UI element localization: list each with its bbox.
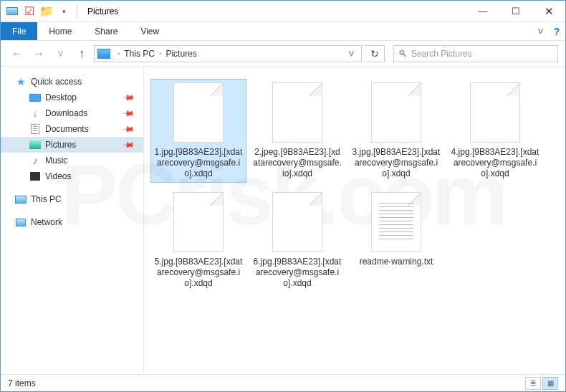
titlebar: ☑ 📁 ▾ Pictures — ☐ ✕ — [1, 1, 565, 22]
file-name: 5.jpg.[9B83AE23].[xdatarecovery@msgsafe.… — [154, 257, 243, 289]
window-title: Pictures — [83, 6, 118, 16]
search-input[interactable]: 🔍︎ Search Pictures — [393, 45, 558, 62]
navigation-pane: ★ Quick access Desktop 📌 ↓ Downloads 📌 D… — [1, 67, 144, 373]
file-item[interactable]: 1.jpg.[9B83AE23].[xdatarecovery@msgsafe.… — [151, 80, 246, 182]
desktop-icon — [29, 92, 41, 103]
file-name: 4.jpg.[9B83AE23].[xdatarecovery@msgsafe.… — [451, 147, 539, 179]
music-icon: ♪ — [29, 155, 41, 166]
refresh-button[interactable]: ↻ — [365, 45, 385, 62]
file-name: 3.jpg.[9B83AE23].[xdatarecovery@msgsafe.… — [352, 147, 441, 179]
pictures-icon — [29, 139, 41, 150]
tab-home[interactable]: Home — [37, 22, 83, 40]
new-folder-icon[interactable]: 📁 — [39, 4, 54, 19]
breadcrumb[interactable]: › This PC › Pictures ᐯ — [94, 45, 362, 62]
minimize-button[interactable]: — — [466, 1, 499, 21]
sidebar-label: Network — [31, 217, 62, 227]
search-placeholder: Search Pictures — [411, 49, 472, 59]
pin-icon: 📌 — [121, 90, 135, 104]
quick-access-toolbar: ☑ 📁 ▾ Pictures — [1, 4, 123, 19]
file-item[interactable]: 4.jpg.[9B83AE23].[xdatarecovery@msgsafe.… — [448, 80, 542, 182]
pin-icon: 📌 — [121, 138, 135, 151]
sidebar-item-pictures[interactable]: Pictures 📌 — [1, 137, 143, 153]
blank-file-icon — [272, 192, 322, 252]
sidebar-item-music[interactable]: ♪ Music — [1, 153, 143, 168]
window-controls: — ☐ ✕ — [466, 1, 565, 21]
pin-icon: 📌 — [121, 122, 135, 135]
sidebar-quick-access[interactable]: ★ Quick access — [1, 74, 143, 90]
file-item[interactable]: 6.jpg.[9B83AE23].[xdatarecovery@msgsafe.… — [250, 189, 345, 292]
qat-separator — [77, 5, 77, 18]
sidebar-label: Quick access — [31, 77, 82, 87]
back-button[interactable]: ← — [8, 44, 27, 63]
file-name: 2.jpeg.[9B83AE23].[xdatarecovery@msgsafe… — [253, 147, 342, 179]
blank-file-icon — [470, 82, 520, 143]
explorer-icon — [5, 4, 19, 19]
sidebar-this-pc[interactable]: This PC — [1, 191, 143, 207]
sidebar-item-downloads[interactable]: ↓ Downloads 📌 — [1, 105, 143, 121]
details-view-button[interactable]: ≣ — [525, 377, 541, 390]
ribbon-collapse-icon[interactable]: ᐯ — [532, 22, 548, 40]
status-bar: 7 items ≣ ▦ — [1, 374, 565, 391]
help-icon[interactable]: ? — [548, 22, 565, 40]
sidebar-item-label: Videos — [45, 171, 71, 181]
breadcrumb-sep: › — [115, 49, 123, 57]
breadcrumb-segment[interactable]: Pictures — [166, 49, 196, 59]
forward-button[interactable]: → — [29, 44, 48, 63]
sidebar-item-videos[interactable]: Videos — [1, 168, 143, 184]
network-icon — [15, 216, 27, 228]
recent-locations-icon[interactable]: ᐯ — [51, 44, 69, 63]
location-icon — [97, 49, 110, 59]
close-button[interactable]: ✕ — [532, 1, 565, 21]
file-name: 6.jpg.[9B83AE23].[xdatarecovery@msgsafe.… — [253, 257, 342, 289]
blank-file-icon — [173, 82, 224, 143]
file-item[interactable]: 3.jpg.[9B83AE23].[xdatarecovery@msgsafe.… — [349, 80, 443, 182]
documents-icon — [29, 123, 41, 135]
navigation-bar: ← → ᐯ ↑ › This PC › Pictures ᐯ ↻ 🔍︎ Sear… — [1, 41, 565, 67]
blank-file-icon — [272, 82, 322, 143]
file-item[interactable]: 5.jpg.[9B83AE23].[xdatarecovery@msgsafe.… — [151, 189, 246, 292]
star-icon: ★ — [15, 76, 27, 87]
sidebar-item-desktop[interactable]: Desktop 📌 — [1, 90, 143, 105]
tab-view[interactable]: View — [129, 22, 171, 40]
sidebar-item-documents[interactable]: Documents 📌 — [1, 121, 143, 137]
file-view[interactable]: 1.jpg.[9B83AE23].[xdatarecovery@msgsafe.… — [144, 67, 565, 373]
view-switcher: ≣ ▦ — [525, 377, 558, 390]
videos-icon — [29, 171, 41, 182]
sidebar-network[interactable]: Network — [1, 214, 143, 230]
up-button[interactable]: ↑ — [72, 44, 91, 63]
file-menu-tab[interactable]: File — [1, 22, 37, 40]
sidebar-item-label: Music — [45, 156, 67, 166]
sidebar-item-label: Documents — [45, 124, 89, 134]
file-name: 1.jpg.[9B83AE23].[xdatarecovery@msgsafe.… — [154, 147, 243, 179]
blank-file-icon — [371, 82, 421, 143]
file-name: readme-warning.txt — [352, 257, 441, 267]
sidebar-item-label: Desktop — [45, 92, 77, 102]
maximize-button[interactable]: ☐ — [499, 1, 532, 21]
thumbnails-view-button[interactable]: ▦ — [542, 377, 558, 390]
downloads-icon: ↓ — [29, 107, 41, 119]
sidebar-item-label: Pictures — [45, 140, 76, 150]
text-file-icon — [371, 192, 421, 252]
ribbon-tabstrip: File Home Share View ᐯ ? — [1, 22, 565, 41]
pc-icon — [15, 193, 27, 205]
properties-icon[interactable]: ☑ — [22, 4, 37, 19]
sidebar-item-label: Downloads — [45, 108, 87, 118]
breadcrumb-dropdown-icon[interactable]: ᐯ — [345, 49, 358, 57]
tab-share[interactable]: Share — [83, 22, 129, 40]
sidebar-label: This PC — [31, 194, 62, 204]
file-item[interactable]: 2.jpeg.[9B83AE23].[xdatarecovery@msgsafe… — [250, 80, 345, 182]
file-item[interactable]: readme-warning.txt — [349, 189, 443, 292]
file-grid: 1.jpg.[9B83AE23].[xdatarecovery@msgsafe.… — [151, 80, 558, 292]
explorer-body: ★ Quick access Desktop 📌 ↓ Downloads 📌 D… — [1, 67, 565, 373]
qat-dropdown-icon[interactable]: ▾ — [57, 4, 71, 19]
search-icon: 🔍︎ — [398, 49, 407, 59]
pin-icon: 📌 — [121, 106, 135, 120]
breadcrumb-sep: › — [156, 49, 164, 57]
item-count: 7 items — [8, 378, 36, 388]
breadcrumb-segment[interactable]: This PC — [124, 49, 155, 59]
blank-file-icon — [173, 192, 224, 252]
